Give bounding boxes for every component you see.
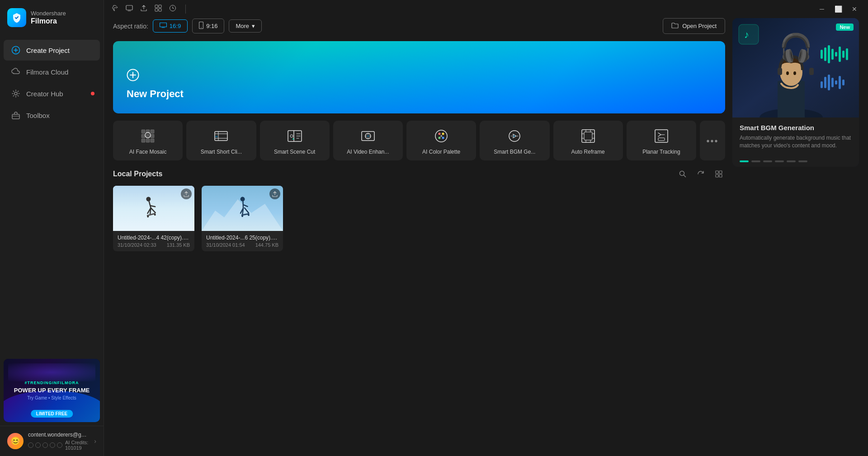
more-tools-icon: ••• (706, 136, 718, 146)
tool-smart-bgm[interactable]: AI Smart BGM Ge... (480, 121, 549, 160)
promo-dot-1[interactable] (740, 160, 749, 162)
project-upload-btn-1[interactable] (181, 188, 192, 199)
project-info-1: Untitled-2024-...4 42(copy).wfp 31/10/20… (113, 231, 194, 251)
creator-hub-label: Creator Hub (26, 90, 63, 98)
project-name-1: Untitled-2024-...4 42(copy).wfp (118, 235, 190, 241)
maximize-button[interactable]: ⬜ (832, 3, 844, 15)
minimize-button[interactable]: ─ (816, 3, 828, 15)
aspect-ratio-label: Aspect ratio: (113, 23, 148, 30)
svg-rect-77 (831, 78, 834, 87)
promo-dot-5[interactable] (787, 160, 796, 162)
svg-rect-41 (658, 138, 665, 141)
sidebar-item-filmora-cloud[interactable]: Filmora Cloud (4, 61, 100, 82)
tool-ai-video-enhance[interactable]: AI AI Video Enhan... (333, 121, 403, 160)
svg-rect-76 (828, 75, 830, 90)
open-project-label: Open Project (682, 23, 717, 29)
smart-short-clip-label: Smart Short Cli... (190, 149, 252, 156)
svg-rect-74 (821, 81, 823, 88)
promo-title: Smart BGM Generation (740, 124, 852, 132)
open-project-button[interactable]: Open Project (663, 18, 725, 34)
upload-icon[interactable] (140, 5, 147, 14)
svg-rect-6 (155, 9, 158, 11)
svg-rect-45 (716, 174, 718, 177)
project-card-2[interactable]: Untitled-2024-...6 25(copy).wfp 31/10/20… (202, 186, 283, 251)
project-thumb-1 (113, 186, 194, 231)
svg-rect-69 (839, 47, 841, 62)
aspect-ratio-bar: Aspect ratio: 16:9 9:16 More ▾ (113, 18, 725, 34)
toolbox-icon (11, 110, 21, 120)
tool-smart-short-clip[interactable]: AI Smart Short Cli... (186, 121, 256, 160)
user-info: content.wonderers@gmail.... AI Credits: … (28, 432, 90, 451)
ai-color-palette-icon: AI (432, 127, 450, 145)
svg-point-32 (442, 133, 444, 135)
tool-planar-tracking[interactable]: Planar Tracking (627, 121, 696, 160)
tool-auto-reframe[interactable]: Auto Reframe (553, 121, 623, 160)
brand-name: Wondershare (31, 10, 66, 17)
app-logo[interactable]: Wondershare Filmora (0, 0, 104, 35)
tool-ai-color-palette[interactable]: AI AI Color Palette (406, 121, 476, 160)
aspect-9-16-label: 9:16 (206, 23, 217, 29)
smart-bgm-icon: AI (505, 127, 524, 145)
svg-rect-65 (824, 47, 826, 61)
project-size-2: 144.75 KB (255, 242, 278, 248)
aspect-9-16-button[interactable]: 9:16 (192, 19, 224, 33)
monitor-icon (160, 23, 167, 29)
svg-rect-66 (828, 45, 830, 63)
screen-icon[interactable] (126, 5, 133, 14)
more-button[interactable]: More ▾ (229, 19, 262, 33)
promo-image: ♪ (732, 18, 859, 118)
more-tools-button[interactable]: ••• (700, 121, 725, 160)
sidebar-item-toolbox[interactable]: Toolbox (4, 105, 100, 126)
filmora-cloud-label: Filmora Cloud (26, 68, 68, 76)
svg-point-59 (780, 59, 802, 86)
audio-icon[interactable] (169, 5, 176, 14)
promo-dot-3[interactable] (763, 160, 772, 162)
promo-dot-6[interactable] (798, 160, 807, 162)
logo-icon (7, 8, 26, 27)
main-content: ─ ⬜ ✕ Aspect ratio: 16:9 9 (104, 0, 868, 456)
close-button[interactable]: ✕ (848, 3, 861, 15)
apps-icon[interactable] (155, 5, 162, 14)
project-card-1[interactable]: Untitled-2024-...4 42(copy).wfp 31/10/20… (113, 186, 194, 251)
project-size-1: 131.35 KB (167, 242, 190, 248)
new-project-card[interactable]: New Project (113, 41, 725, 113)
view-toggle-button[interactable] (712, 168, 725, 180)
ai-color-palette-label: AI Color Palette (410, 149, 472, 156)
svg-rect-19 (142, 139, 145, 142)
sidebar-nav: Create Project Filmora Cloud Creator Hub (0, 35, 104, 355)
auto-reframe-icon (579, 127, 597, 145)
svg-rect-68 (835, 52, 837, 56)
svg-rect-79 (839, 76, 841, 89)
new-project-title: New Project (127, 88, 712, 100)
create-project-label: Create Project (26, 47, 70, 54)
project-meta-1: 31/10/2024 02:33 131.35 KB (118, 242, 190, 248)
svg-rect-16 (142, 134, 145, 138)
refresh-projects-button[interactable] (694, 168, 707, 180)
project-upload-btn-2[interactable] (269, 188, 280, 199)
promo-dots (732, 156, 859, 167)
cloud-icon (11, 67, 21, 77)
promo-dot-2[interactable] (751, 160, 760, 162)
ai-video-enhance-icon: AI (359, 127, 377, 145)
svg-rect-75 (824, 77, 826, 88)
aspect-16-9-button[interactable]: 16:9 (153, 19, 188, 33)
sidebar-item-create-project[interactable]: Create Project (4, 40, 100, 61)
promo-card[interactable]: ♪ (732, 18, 859, 167)
svg-rect-60 (778, 68, 782, 75)
tool-smart-scene-cut[interactable]: Smart Scene Cut (260, 121, 330, 160)
smart-bgm-label: Smart BGM Ge... (483, 149, 546, 156)
user-profile[interactable]: 😊 content.wonderers@gmail.... AI Credits… (0, 426, 104, 456)
ai-video-enhance-label: AI Video Enhan... (337, 149, 399, 156)
promo-person: ♪ (732, 18, 859, 118)
svg-rect-18 (151, 134, 154, 138)
svg-rect-80 (842, 80, 844, 85)
tool-ai-face-mosaic[interactable]: AI Face Mosaic (113, 121, 183, 160)
sidebar-item-creator-hub[interactable]: Creator Hub (4, 83, 100, 104)
promo-banner[interactable]: #TRENDINGINFILMORA POWER UP EVERY FRAME … (4, 359, 100, 422)
pin-icon[interactable] (111, 5, 118, 14)
titlebar-left (111, 5, 188, 14)
promo-dot-4[interactable] (775, 160, 784, 162)
banner-title: POWER UP EVERY FRAME (8, 387, 95, 394)
svg-rect-78 (835, 80, 837, 85)
search-projects-button[interactable] (676, 168, 689, 180)
